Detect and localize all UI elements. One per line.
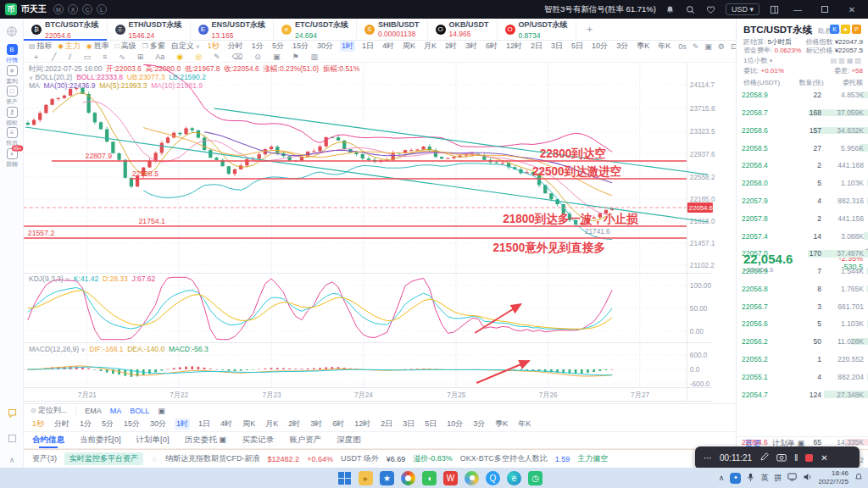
- timeframe-1日[interactable]: 1日: [197, 419, 212, 430]
- history-badge-icon[interactable]: L: [97, 4, 107, 14]
- orderbook-row[interactable]: 22054.712427.348K: [737, 390, 868, 398]
- timeframe-3日[interactable]: 3日: [401, 419, 416, 430]
- overlay-edit-icon[interactable]: ▣: [158, 407, 165, 415]
- main-force-toggle[interactable]: ◆主力: [58, 41, 81, 52]
- file-explorer-icon[interactable]: ▸: [359, 471, 373, 485]
- layout-icon[interactable]: [768, 3, 780, 15]
- timeframe-分时[interactable]: 分时: [53, 419, 71, 430]
- timeframe-5日[interactable]: 5日: [570, 41, 585, 52]
- favorite-heart-icon[interactable]: [705, 3, 717, 15]
- chart-region[interactable]: 7月217月227月237月247月257月267月2724114.723715…: [24, 63, 736, 403]
- bottom-tab-2[interactable]: 当前委托[0]: [80, 432, 121, 448]
- star-icon[interactable]: ☆: [151, 455, 158, 463]
- tray-clock[interactable]: 18:462022/7/25: [818, 469, 849, 485]
- decimals-selector[interactable]: 1位小数 ▾: [743, 56, 772, 65]
- qq-icon[interactable]: Q: [486, 471, 500, 485]
- pause-icon[interactable]: ‖: [794, 453, 798, 463]
- ime-pinyin-icon[interactable]: 拼: [774, 473, 782, 484]
- timeframe-30分[interactable]: 30分: [315, 41, 335, 52]
- crosshair-icon[interactable]: ＋: [32, 52, 40, 63]
- timeframe-3时[interactable]: 3时: [464, 41, 479, 52]
- orderbook-row[interactable]: 22057.94882.316: [737, 197, 868, 205]
- timeframe-年K[interactable]: 年K: [516, 419, 532, 430]
- timeframe-30分[interactable]: 30分: [148, 419, 168, 430]
- locate-button[interactable]: ⊙定位到...: [31, 405, 67, 416]
- book-view-icons[interactable]: ▤▥▦▧: [831, 57, 863, 64]
- overlay-boll[interactable]: BOLL: [130, 407, 149, 415]
- orderbook-row[interactable]: 22056.651.103K: [737, 319, 868, 328]
- orderbook-row[interactable]: 22056.73661.701: [737, 302, 868, 310]
- cast-display-icon[interactable]: [787, 473, 797, 483]
- bottom-tab-3[interactable]: 计划单[0]: [136, 432, 170, 448]
- parallel-lines-icon[interactable]: ⫽: [68, 53, 71, 62]
- bell-icon[interactable]: [665, 3, 676, 15]
- monitor-chip[interactable]: 实时监控多平台资产: [64, 452, 143, 465]
- close-button[interactable]: ✕: [843, 3, 861, 16]
- chrome-icon[interactable]: [401, 471, 415, 485]
- timeframe-5分[interactable]: 5分: [270, 41, 286, 52]
- sidebar-item-4[interactable]: ⚷授权: [0, 107, 24, 127]
- more-icon[interactable]: ⋯: [704, 453, 712, 463]
- sidebar-item-1[interactable]: B行情: [0, 44, 24, 64]
- orderbook-row[interactable]: 22056.971.544K: [737, 267, 868, 275]
- globe-icon[interactable]: [0, 25, 24, 41]
- instrument-tab-3[interactable]: EENS/USDT永续13.165: [191, 19, 275, 40]
- timeframe-6时[interactable]: 6时: [331, 419, 346, 430]
- clock-app-icon[interactable]: ◷: [528, 471, 542, 485]
- flag-icon[interactable]: ⚑: [292, 53, 298, 61]
- timeframe-年K[interactable]: 年K: [656, 41, 672, 52]
- grid-tool-icon[interactable]: ⊞: [137, 53, 144, 61]
- orderbook-row[interactable]: 22056.25011.028K: [737, 337, 868, 346]
- orderbook-row[interactable]: 22058.716837.059K: [737, 108, 868, 117]
- instrument-tab-1[interactable]: ₿BTC/USDT永续22054.6: [24, 19, 108, 40]
- settings-gear-icon[interactable]: ⚙: [718, 42, 725, 51]
- collapse-sidebar-icon[interactable]: ∧: [0, 456, 24, 464]
- timeframe-3日[interactable]: 3日: [549, 41, 565, 52]
- timeframe-3时[interactable]: 3时: [309, 419, 324, 430]
- timeframe-4时[interactable]: 4时: [219, 419, 234, 430]
- orderbook-row[interactable]: 22058.9224.853K: [737, 91, 868, 99]
- timeframe-15分[interactable]: 15分: [291, 41, 310, 52]
- timeframe-4时[interactable]: 4时: [381, 41, 396, 52]
- microphone-icon[interactable]: [747, 473, 754, 484]
- timeframe-1秒[interactable]: 1秒: [206, 41, 221, 52]
- feedback-icon[interactable]: [0, 407, 24, 422]
- pen-icon[interactable]: ✎: [693, 42, 699, 51]
- bottom-tab-4[interactable]: 历史委托 ▣: [185, 432, 227, 448]
- camera-icon[interactable]: [776, 452, 787, 463]
- search-icon[interactable]: [685, 3, 697, 15]
- timeframe-1分[interactable]: 1分: [250, 41, 265, 52]
- overlay-ema[interactable]: EMA: [85, 407, 102, 415]
- horizontal-lines-icon[interactable]: ≡: [103, 53, 107, 61]
- indicator-menu[interactable]: ▤指标: [29, 41, 53, 52]
- orderbook-row[interactable]: 22058.051.103K: [737, 179, 868, 187]
- sidebar-item-3[interactable]: □资产: [0, 86, 24, 106]
- windows-start-icon[interactable]: [337, 471, 352, 485]
- timeframe-季K[interactable]: 季K: [493, 419, 509, 430]
- timeframe-15分[interactable]: 15分: [122, 419, 142, 430]
- timeframe-1分[interactable]: 1分: [78, 419, 93, 430]
- orderbook-row[interactable]: 22054.66514.335K: [737, 438, 868, 446]
- orderbook-row[interactable]: 22055.14882.204: [737, 373, 868, 381]
- timeframe-12时[interactable]: 12时: [353, 419, 372, 430]
- add-tab-button[interactable]: ＋: [576, 19, 604, 40]
- feature-badge-p-icon[interactable]: P: [852, 25, 861, 34]
- timeframe-周K[interactable]: 周K: [401, 41, 417, 52]
- trendline-tool-icon[interactable]: ╱: [52, 53, 56, 61]
- pencil-icon[interactable]: ✎: [214, 53, 220, 61]
- panel-icon[interactable]: [0, 432, 24, 447]
- bottom-tab-5[interactable]: 买卖记录: [242, 432, 274, 448]
- tray-expand-icon[interactable]: ∧: [719, 474, 725, 482]
- timeframe-1秒[interactable]: 1秒: [31, 419, 46, 430]
- instrument-tab-4[interactable]: eETC/USDT永续24.694: [274, 19, 357, 40]
- minimize-button[interactable]: —: [788, 3, 807, 16]
- rectangle-tool-icon[interactable]: ▭: [83, 53, 91, 61]
- timeframe-月K[interactable]: 月K: [264, 419, 280, 430]
- orderbook-row[interactable]: 22055.21220.552: [737, 355, 868, 363]
- ime-english-icon[interactable]: 英: [760, 473, 768, 484]
- sidebar-item-6[interactable]: ◖99+群聊: [0, 148, 24, 169]
- timeframe-2日[interactable]: 2日: [529, 41, 544, 52]
- timeframe-1时[interactable]: 1时: [340, 41, 355, 52]
- tray-app-icon[interactable]: ✦: [730, 473, 741, 484]
- member-badge-icon[interactable]: M: [53, 4, 64, 14]
